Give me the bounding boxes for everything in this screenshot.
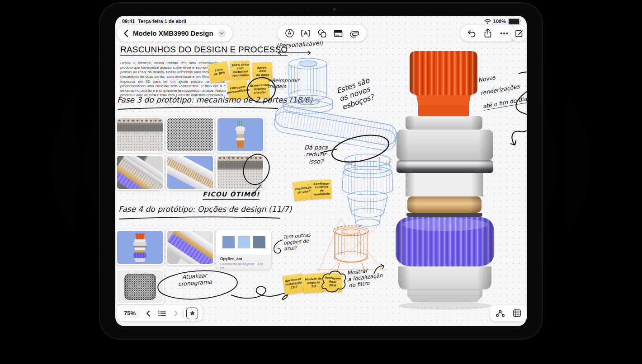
text-box-icon (301, 29, 311, 37)
photo-prototype-small[interactable] (216, 117, 264, 153)
new-board-button[interactable] (510, 25, 527, 42)
annotation-reduzir[interactable]: Dá para reduzir isso? (304, 144, 328, 165)
undo-button[interactable] (464, 26, 479, 41)
zoom-level-button[interactable]: 75% (119, 310, 141, 317)
forward-history-button[interactable] (169, 307, 183, 320)
chevron-left-icon (146, 310, 150, 317)
list-icon (158, 310, 166, 316)
annotation-azul[interactable]: Tem outras opções de azul? (283, 232, 312, 252)
swatch-light-blue (238, 236, 250, 248)
markup-pen-button[interactable] (282, 26, 297, 41)
ink-loop-arrow (490, 67, 527, 149)
shapes-button[interactable] (314, 26, 330, 41)
ink-circle-on-photo (240, 152, 273, 188)
more-button[interactable] (496, 26, 512, 41)
prototype-mini-render (217, 118, 263, 151)
undo-icon (467, 29, 476, 37)
keynote-file-card[interactable]: Opções_cor Documento do Keynote · 476 KB (216, 230, 271, 270)
swatch-slate-blue (253, 236, 265, 248)
battery-icon (508, 18, 520, 25)
paperclip-icon (350, 28, 359, 38)
favorite-button[interactable] (186, 308, 198, 319)
chevron-right-icon (174, 310, 178, 317)
ink-underline-phase3 (117, 105, 280, 111)
title-menu-button[interactable] (218, 29, 226, 37)
canvas-bottom-toolbar: 75% (117, 305, 203, 321)
front-camera (333, 8, 337, 12)
ipad-device-frame: 09:41 Terça-feira 1 de abril 100% Modelo… (99, 2, 543, 340)
phase4-heading[interactable]: Fase 4 do protótipo: Opções de design (1… (118, 205, 292, 214)
annotation-ficou-otimo[interactable]: FICOU ÓTIMO! (203, 191, 260, 200)
board-title[interactable]: Modelo XMB3990 Design (133, 29, 213, 37)
ink-cloud-postagem (319, 269, 348, 295)
pen-circle-icon (285, 28, 294, 38)
freeform-canvas[interactable]: RASCUNHOS DO DESIGN E PROCESSO Desde o c… (115, 16, 527, 326)
annotation-mostrar[interactable]: Mostrar a localização do filtro (347, 266, 384, 289)
grid-icon (513, 309, 521, 317)
grid-view-button[interactable] (510, 307, 524, 320)
battery-percent: 100% (493, 19, 506, 24)
text-box-button[interactable] (298, 26, 313, 41)
canvas-heading[interactable]: RASCUNHOS DO DESIGN E PROCESSO (120, 45, 288, 56)
share-button[interactable] (480, 26, 496, 41)
photo-tilted-product-2[interactable] (166, 229, 214, 265)
app-screen: 09:41 Terça-feira 1 de abril 100% Modelo… (115, 16, 527, 326)
back-button[interactable] (123, 29, 128, 37)
attachment-button[interactable] (347, 26, 362, 41)
share-icon (484, 28, 492, 38)
photo-tilted-product[interactable] (116, 154, 164, 190)
action-toolbar (460, 25, 515, 42)
divider (183, 308, 184, 318)
file-name: Opções_cor (220, 257, 267, 261)
sticky-instalacao[interactable]: Aprimorar instalação 22/7 (282, 273, 304, 295)
boards-list-button[interactable] (155, 307, 169, 320)
ink-underline-phase4 (118, 215, 282, 220)
color-swatches (216, 230, 271, 255)
chevron-down-icon (220, 32, 224, 35)
star-icon (189, 310, 195, 316)
photo-chrome-closeup-1[interactable] (116, 117, 164, 153)
swatch-medium-blue (222, 236, 235, 248)
photo-closeup-annotated[interactable] (166, 154, 214, 190)
front-mic-dot (307, 9, 308, 11)
status-date: Terça-feira 1 de abril (138, 19, 186, 24)
compose-icon (515, 29, 524, 38)
connect-shapes-button[interactable] (493, 307, 507, 320)
drawing-toolbar (277, 25, 367, 42)
wifi-icon (484, 19, 491, 24)
status-time: 09:41 (122, 19, 135, 24)
sticky-controle-qualidade[interactable]: Confirmar controle de qualidade (311, 179, 331, 199)
ellipsis-icon (500, 32, 508, 35)
photo-final-product[interactable] (116, 229, 164, 265)
note-button[interactable] (330, 26, 346, 41)
sticky-livre-bpa[interactable]: Livre de BPA (208, 61, 231, 83)
final-product-mini-render (117, 231, 163, 264)
back-history-button[interactable] (141, 307, 155, 320)
status-bar: 09:41 Terça-feira 1 de abril 100% (115, 17, 527, 25)
ink-ellipse-cronograma (154, 267, 292, 308)
annotation-cronograma[interactable]: Atualizar cronograma (177, 272, 212, 288)
view-tools-bar (490, 305, 527, 321)
shapes-icon (317, 29, 327, 38)
board-title-bar: Modelo XMB3990 Design (117, 25, 232, 42)
sticky-note-icon (334, 29, 343, 37)
photo-mesh-texture[interactable] (166, 117, 214, 153)
connector-nodes-icon (496, 310, 505, 317)
